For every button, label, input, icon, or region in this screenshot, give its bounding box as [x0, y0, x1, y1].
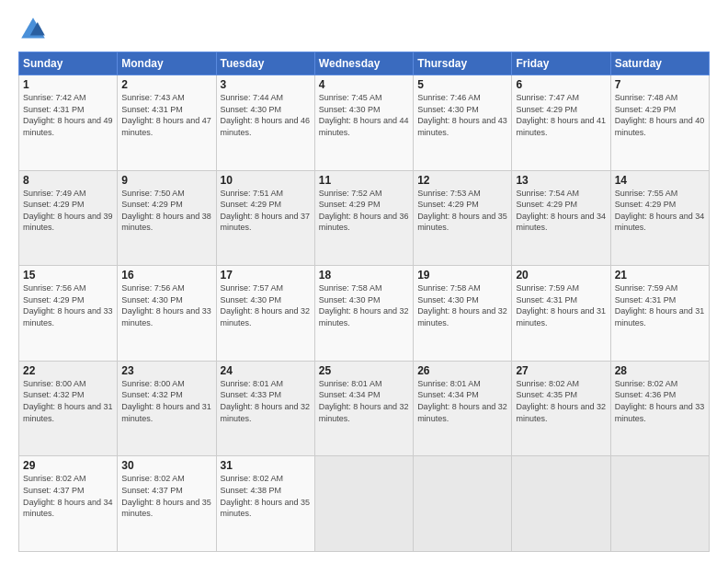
day-number: 16: [121, 269, 211, 282]
day-number: 9: [121, 174, 211, 187]
day-number: 6: [516, 78, 606, 91]
calendar-cell: 11 Sunrise: 7:52 AM Sunset: 4:29 PM Dayl…: [314, 170, 413, 266]
day-info: Sunrise: 7:58 AM Sunset: 4:30 PM Dayligh…: [417, 282, 507, 328]
calendar-cell: 3 Sunrise: 7:44 AM Sunset: 4:30 PM Dayli…: [216, 75, 314, 171]
day-number: 8: [23, 174, 113, 187]
day-info: Sunrise: 8:00 AM Sunset: 4:32 PM Dayligh…: [121, 378, 211, 424]
header: [18, 15, 710, 44]
day-info: Sunrise: 7:58 AM Sunset: 4:30 PM Dayligh…: [319, 282, 409, 328]
day-header-wednesday: Wednesday: [314, 52, 413, 75]
calendar-cell: 5 Sunrise: 7:46 AM Sunset: 4:30 PM Dayli…: [414, 75, 512, 171]
calendar-week-row: 29 Sunrise: 8:02 AM Sunset: 4:37 PM Dayl…: [19, 456, 710, 552]
calendar-cell: 29 Sunrise: 8:02 AM Sunset: 4:37 PM Dayl…: [19, 456, 118, 552]
day-info: Sunrise: 7:46 AM Sunset: 4:30 PM Dayligh…: [417, 92, 507, 138]
calendar-cell: 26 Sunrise: 8:01 AM Sunset: 4:34 PM Dayl…: [414, 361, 512, 456]
calendar-cell: 21 Sunrise: 7:59 AM Sunset: 4:31 PM Dayl…: [610, 266, 709, 362]
calendar-cell: 28 Sunrise: 8:02 AM Sunset: 4:36 PM Dayl…: [610, 361, 709, 456]
day-info: Sunrise: 7:44 AM Sunset: 4:30 PM Dayligh…: [221, 92, 311, 138]
calendar-cell: 17 Sunrise: 7:57 AM Sunset: 4:30 PM Dayl…: [216, 266, 314, 362]
day-number: 22: [23, 364, 113, 377]
day-number: 10: [221, 174, 311, 187]
calendar-cell: 16 Sunrise: 7:56 AM Sunset: 4:30 PM Dayl…: [118, 266, 216, 362]
day-info: Sunrise: 7:45 AM Sunset: 4:30 PM Dayligh…: [319, 92, 409, 138]
day-header-thursday: Thursday: [414, 52, 512, 75]
day-number: 18: [319, 269, 409, 282]
day-info: Sunrise: 7:52 AM Sunset: 4:29 PM Dayligh…: [319, 188, 409, 234]
calendar-table: SundayMondayTuesdayWednesdayThursdayFrid…: [18, 52, 710, 552]
day-number: 3: [221, 78, 311, 91]
calendar-cell: 6 Sunrise: 7:47 AM Sunset: 4:29 PM Dayli…: [512, 75, 610, 171]
day-info: Sunrise: 8:00 AM Sunset: 4:32 PM Dayligh…: [23, 378, 113, 424]
day-number: 29: [23, 459, 113, 472]
day-header-monday: Monday: [118, 52, 216, 75]
calendar-cell: 30 Sunrise: 8:02 AM Sunset: 4:37 PM Dayl…: [118, 456, 216, 552]
logo: [18, 15, 51, 44]
day-header-friday: Friday: [512, 52, 610, 75]
day-number: 19: [417, 269, 507, 282]
day-number: 28: [615, 364, 705, 377]
day-info: Sunrise: 7:55 AM Sunset: 4:29 PM Dayligh…: [615, 188, 705, 234]
calendar-cell: 24 Sunrise: 8:01 AM Sunset: 4:33 PM Dayl…: [216, 361, 314, 456]
day-header-saturday: Saturday: [610, 52, 709, 75]
day-number: 5: [417, 78, 507, 91]
calendar-week-row: 22 Sunrise: 8:00 AM Sunset: 4:32 PM Dayl…: [19, 361, 710, 456]
day-info: Sunrise: 7:49 AM Sunset: 4:29 PM Dayligh…: [23, 188, 113, 234]
calendar-cell: 27 Sunrise: 8:02 AM Sunset: 4:35 PM Dayl…: [512, 361, 610, 456]
calendar-week-row: 1 Sunrise: 7:42 AM Sunset: 4:31 PM Dayli…: [19, 75, 710, 171]
day-info: Sunrise: 7:53 AM Sunset: 4:29 PM Dayligh…: [417, 188, 507, 234]
day-number: 23: [121, 364, 211, 377]
calendar-cell: 7 Sunrise: 7:48 AM Sunset: 4:29 PM Dayli…: [610, 75, 709, 171]
calendar-cell: 15 Sunrise: 7:56 AM Sunset: 4:29 PM Dayl…: [19, 266, 118, 362]
calendar-cell: 14 Sunrise: 7:55 AM Sunset: 4:29 PM Dayl…: [610, 170, 709, 266]
day-number: 7: [615, 78, 705, 91]
day-info: Sunrise: 8:02 AM Sunset: 4:38 PM Dayligh…: [221, 473, 311, 519]
day-number: 25: [319, 364, 409, 377]
calendar-cell: [610, 456, 709, 552]
logo-icon: [18, 15, 48, 44]
day-info: Sunrise: 7:47 AM Sunset: 4:29 PM Dayligh…: [516, 92, 606, 138]
calendar-cell: 4 Sunrise: 7:45 AM Sunset: 4:30 PM Dayli…: [314, 75, 413, 171]
day-info: Sunrise: 8:02 AM Sunset: 4:35 PM Dayligh…: [516, 378, 606, 424]
day-number: 13: [516, 174, 606, 187]
day-number: 12: [417, 174, 507, 187]
day-number: 21: [615, 269, 705, 282]
calendar-week-row: 8 Sunrise: 7:49 AM Sunset: 4:29 PM Dayli…: [19, 170, 710, 266]
day-info: Sunrise: 7:43 AM Sunset: 4:31 PM Dayligh…: [121, 92, 211, 138]
day-info: Sunrise: 7:51 AM Sunset: 4:29 PM Dayligh…: [221, 188, 311, 234]
day-info: Sunrise: 7:56 AM Sunset: 4:30 PM Dayligh…: [121, 282, 211, 328]
calendar-cell: [414, 456, 512, 552]
day-info: Sunrise: 8:02 AM Sunset: 4:37 PM Dayligh…: [23, 473, 113, 519]
calendar-cell: 18 Sunrise: 7:58 AM Sunset: 4:30 PM Dayl…: [314, 266, 413, 362]
day-info: Sunrise: 7:59 AM Sunset: 4:31 PM Dayligh…: [516, 282, 606, 328]
day-number: 30: [121, 459, 211, 472]
day-number: 31: [221, 459, 311, 472]
page: SundayMondayTuesdayWednesdayThursdayFrid…: [0, 0, 728, 563]
calendar-cell: 25 Sunrise: 8:01 AM Sunset: 4:34 PM Dayl…: [314, 361, 413, 456]
calendar-cell: 31 Sunrise: 8:02 AM Sunset: 4:38 PM Dayl…: [216, 456, 314, 552]
calendar-week-row: 15 Sunrise: 7:56 AM Sunset: 4:29 PM Dayl…: [19, 266, 710, 362]
day-info: Sunrise: 8:02 AM Sunset: 4:36 PM Dayligh…: [615, 378, 705, 424]
day-info: Sunrise: 7:42 AM Sunset: 4:31 PM Dayligh…: [23, 92, 113, 138]
day-info: Sunrise: 8:01 AM Sunset: 4:34 PM Dayligh…: [417, 378, 507, 424]
calendar-cell: 20 Sunrise: 7:59 AM Sunset: 4:31 PM Dayl…: [512, 266, 610, 362]
calendar-header-row: SundayMondayTuesdayWednesdayThursdayFrid…: [19, 52, 710, 75]
calendar-cell: 10 Sunrise: 7:51 AM Sunset: 4:29 PM Dayl…: [216, 170, 314, 266]
day-info: Sunrise: 7:50 AM Sunset: 4:29 PM Dayligh…: [121, 188, 211, 234]
calendar-cell: 23 Sunrise: 8:00 AM Sunset: 4:32 PM Dayl…: [118, 361, 216, 456]
day-number: 17: [221, 269, 311, 282]
day-info: Sunrise: 8:01 AM Sunset: 4:33 PM Dayligh…: [221, 378, 311, 424]
day-number: 4: [319, 78, 409, 91]
calendar-cell: 19 Sunrise: 7:58 AM Sunset: 4:30 PM Dayl…: [414, 266, 512, 362]
day-number: 2: [121, 78, 211, 91]
day-number: 15: [23, 269, 113, 282]
day-number: 26: [417, 364, 507, 377]
calendar-cell: 2 Sunrise: 7:43 AM Sunset: 4:31 PM Dayli…: [118, 75, 216, 171]
day-number: 11: [319, 174, 409, 187]
calendar-cell: 22 Sunrise: 8:00 AM Sunset: 4:32 PM Dayl…: [19, 361, 118, 456]
day-info: Sunrise: 7:59 AM Sunset: 4:31 PM Dayligh…: [615, 282, 705, 328]
day-info: Sunrise: 7:56 AM Sunset: 4:29 PM Dayligh…: [23, 282, 113, 328]
calendar-cell: [314, 456, 413, 552]
day-number: 20: [516, 269, 606, 282]
day-header-tuesday: Tuesday: [216, 52, 314, 75]
day-number: 27: [516, 364, 606, 377]
